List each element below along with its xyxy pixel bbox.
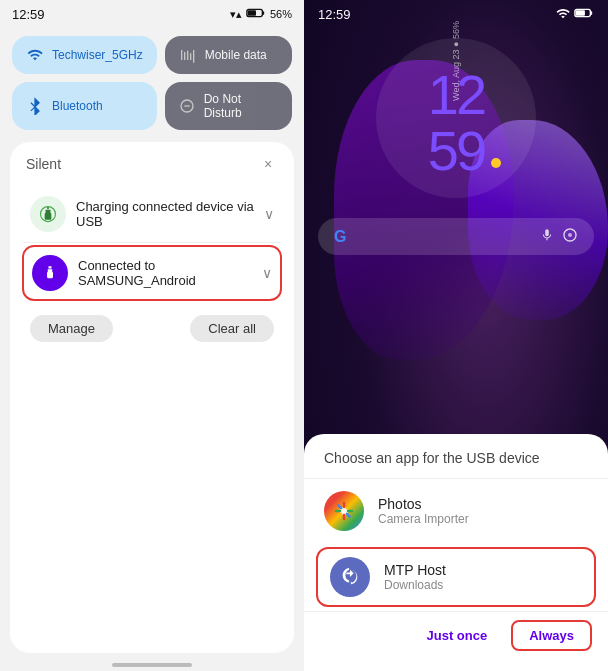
notif-actions: Manage Clear all [22,303,282,346]
mtp-app-sub: Downloads [384,578,582,592]
clock-container: Wed, Aug 23 ● 56% 1259 [376,38,536,198]
clock-battery-dot [491,158,501,168]
wifi-tile-icon [26,46,44,64]
svg-point-9 [568,233,572,237]
mtp-app-name: MTP Host [384,562,582,578]
notif-item-usb-charge[interactable]: Charging connected device via USB ∨ [22,186,282,243]
notification-panel: Silent × Charging connected device via U… [10,142,294,653]
left-panel: 12:59 ▾▴ 56% Techwiser_5GHz [0,0,304,671]
svg-rect-8 [576,10,585,15]
tile-wifi-label: Techwiser_5GHz [52,48,143,62]
right-time: 12:59 [318,7,351,22]
bottom-sheet: Choose an app for the USB device Photos [304,434,608,671]
manage-button[interactable]: Manage [30,315,113,342]
left-status-bar: 12:59 ▾▴ 56% [0,0,304,28]
mtp-app-icon [330,557,370,597]
svg-rect-2 [248,10,256,15]
mtp-app-info: MTP Host Downloads [384,562,582,592]
bluetooth-tile-icon [26,97,44,115]
notif-usb-connected-chevron[interactable]: ∨ [262,265,272,281]
right-status-icons [556,7,594,21]
bottom-sheet-title: Choose an app for the USB device [304,450,608,479]
notif-usb-connected-text: Connected to SAMSUNG_Android [78,258,262,288]
tile-mobile-label: Mobile data [205,48,267,62]
app-item-photos[interactable]: Photos Camera Importer [304,479,608,543]
notif-usb-connected-icon-wrap [32,255,68,291]
left-home-bar-line [112,663,192,667]
tile-mobile[interactable]: Mobile data [165,36,292,74]
notif-usb-charge-icon-wrap [30,196,66,232]
svg-rect-7 [590,11,592,15]
just-once-button[interactable]: Just once [411,620,504,651]
clock-date: Wed, Aug 23 ● 56% [451,21,461,101]
google-g-icon: G [334,228,346,246]
search-bar[interactable]: G [318,218,594,255]
notif-header: Silent × [22,154,282,174]
tile-dnd-label: Do Not Disturb [204,92,278,120]
photos-app-icon [324,491,364,531]
svg-rect-1 [262,11,264,15]
tile-wifi[interactable]: Techwiser_5GHz [12,36,157,74]
notif-close-button[interactable]: × [258,154,278,174]
battery-icon [246,7,266,21]
tile-bluetooth-label: Bluetooth [52,99,103,113]
notif-usb-charge-chevron[interactable]: ∨ [264,206,274,222]
tile-dnd[interactable]: Do Not Disturb [165,82,292,130]
photos-app-sub: Camera Importer [378,512,588,526]
tile-bluetooth[interactable]: Bluetooth [12,82,157,130]
battery-percent: 56% [270,8,292,20]
notif-usb-charge-text: Charging connected device via USB [76,199,264,229]
lens-icon[interactable] [562,227,578,246]
notif-item-usb-connected[interactable]: Connected to SAMSUNG_Android ∨ [22,245,282,301]
right-battery-icon [574,7,594,21]
right-wifi-icon [556,7,570,21]
dnd-tile-icon [179,97,196,115]
left-home-bar [0,657,304,671]
photos-app-name: Photos [378,496,588,512]
photos-app-info: Photos Camera Importer [378,496,588,526]
wifi-icon: ▾▴ [230,8,242,21]
sheet-actions: Just once Always [304,611,608,655]
mobile-tile-icon [179,46,197,64]
right-panel: 12:59 Wed, Aug 23 ● 56% 1259 [304,0,608,671]
left-time: 12:59 [12,7,45,22]
notif-title: Silent [26,156,61,172]
app-item-mtp[interactable]: MTP Host Downloads [316,547,596,607]
left-status-icons: ▾▴ 56% [230,7,292,21]
clear-all-button[interactable]: Clear all [190,315,274,342]
quick-tiles: Techwiser_5GHz Mobile data Bluetooth [0,28,304,138]
microphone-icon[interactable] [540,226,554,247]
always-button[interactable]: Always [511,620,592,651]
clock-widget: Wed, Aug 23 ● 56% 1259 [304,38,608,198]
